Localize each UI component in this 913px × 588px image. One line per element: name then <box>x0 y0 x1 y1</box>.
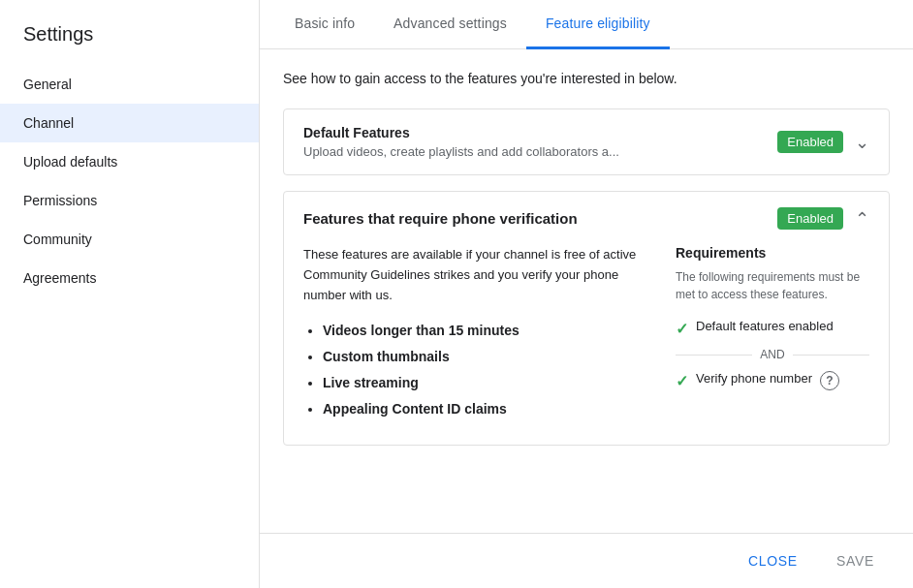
help-icon[interactable]: ? <box>820 371 839 390</box>
and-divider: AND <box>676 348 869 361</box>
phone-verification-chevron-icon[interactable]: ⌃ <box>855 208 869 230</box>
sidebar: Settings General Channel Upload defaults… <box>0 0 260 588</box>
tab-feature-eligibility[interactable]: Feature eligibility <box>526 0 670 49</box>
tab-advanced-settings[interactable]: Advanced settings <box>374 0 526 49</box>
feature-item-1: Videos longer than 15 minutes <box>323 321 637 341</box>
default-features-status: Enabled ⌄ <box>777 131 869 153</box>
feature-item-3: Live streaming <box>323 373 637 393</box>
requirements-title: Requirements <box>676 245 869 261</box>
phone-verification-body: These features are available if your cha… <box>284 245 889 445</box>
requirement-item-2: ✓ Verify phone number ? <box>676 371 869 390</box>
phone-verification-header: Features that require phone verification… <box>284 192 889 245</box>
sidebar-item-permissions[interactable]: Permissions <box>0 181 259 220</box>
default-features-card-header[interactable]: Default Features Upload videos, create p… <box>284 109 889 174</box>
sidebar-item-general[interactable]: General <box>0 65 259 104</box>
default-features-title-section: Default Features Upload videos, create p… <box>303 125 777 159</box>
sidebar-item-upload-defaults[interactable]: Upload defaults <box>0 142 259 181</box>
main-content: Basic info Advanced settings Feature eli… <box>260 0 913 588</box>
content-area: See how to gain access to the features y… <box>260 49 913 533</box>
phone-verification-card: Features that require phone verification… <box>283 191 890 446</box>
default-features-subtitle: Upload videos, create playlists and add … <box>303 144 777 159</box>
save-button[interactable]: SAVE <box>821 545 890 576</box>
page-description: See how to gain access to the features y… <box>283 69 890 89</box>
sidebar-item-agreements[interactable]: Agreements <box>0 259 259 297</box>
features-list-section: These features are available if your cha… <box>303 245 637 425</box>
default-features-chevron-icon[interactable]: ⌄ <box>855 132 869 153</box>
requirements-description: The following requirements must be met t… <box>676 268 869 303</box>
phone-verification-description: These features are available if your cha… <box>303 245 637 305</box>
feature-item-4: Appealing Content ID claims <box>323 399 637 419</box>
tab-basic-info[interactable]: Basic info <box>275 0 374 49</box>
and-label: AND <box>760 348 784 361</box>
sidebar-item-community[interactable]: Community <box>0 220 259 259</box>
check-icon-1: ✓ <box>676 320 688 338</box>
phone-verification-title: Features that require phone verification <box>303 210 578 227</box>
app-title: Settings <box>0 15 259 65</box>
requirement-label-1: Default features enabled <box>696 319 834 333</box>
default-features-card: Default Features Upload videos, create p… <box>283 108 890 175</box>
default-features-title: Default Features <box>303 125 777 140</box>
requirement-item-1: ✓ Default features enabled <box>676 319 869 338</box>
default-features-enabled-badge: Enabled <box>777 131 843 153</box>
tabs-bar: Basic info Advanced settings Feature eli… <box>260 0 913 49</box>
check-icon-2: ✓ <box>676 372 688 390</box>
requirements-section: Requirements The following requirements … <box>676 245 869 425</box>
phone-verification-status: Enabled ⌃ <box>777 207 869 230</box>
close-button[interactable]: CLOSE <box>733 545 813 576</box>
sidebar-item-channel[interactable]: Channel <box>0 104 259 142</box>
features-list: Videos longer than 15 minutes Custom thu… <box>303 321 637 419</box>
requirement-label-2: Verify phone number <box>696 371 812 386</box>
feature-item-2: Custom thumbnails <box>323 347 637 367</box>
footer: CLOSE SAVE <box>260 533 913 588</box>
phone-verification-enabled-badge: Enabled <box>777 207 843 230</box>
